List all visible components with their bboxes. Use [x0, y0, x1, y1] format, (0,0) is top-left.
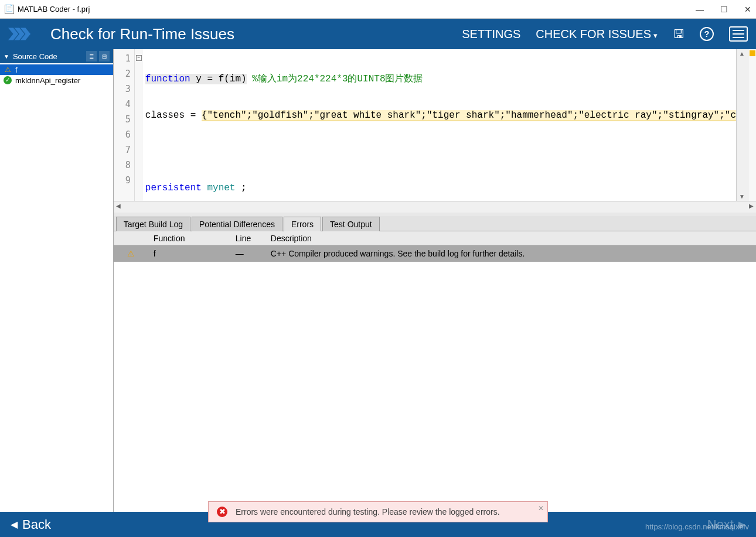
window-controls: — ☐ ✕ — [696, 5, 751, 14]
overview-ruler[interactable] — [748, 49, 756, 201]
step-arrows-icon — [8, 25, 39, 43]
vertical-scrollbar[interactable] — [736, 49, 748, 201]
source-tree: ⚠ f ✓ mkldnnApi_register — [0, 63, 113, 87]
fold-icon[interactable]: − — [136, 55, 142, 61]
back-button[interactable]: Back — [11, 517, 51, 532]
sidebar: Source Code ≣ ⊟ ⚠ f ✓ mkldnnApi_register — [0, 49, 114, 512]
tree-item-f[interactable]: ⚠ f — [0, 64, 113, 75]
warning-icon: ⚠ — [2, 65, 13, 74]
output-tabs: Target Build Log Potential Differences E… — [114, 216, 756, 231]
watermark: https://blog.csdn.net/kmsqixelv — [645, 522, 749, 531]
warning-icon: ⚠ — [127, 249, 135, 258]
maximize-button[interactable]: ☐ — [720, 5, 728, 14]
error-toast: ✖ Errors were encountered during testing… — [208, 501, 548, 522]
footer-bar: Back ✖ Errors were encountered during te… — [0, 512, 756, 537]
menu-icon[interactable] — [729, 26, 748, 42]
main-panel: 123456789 − function y = f(im) %输入im为224… — [114, 49, 756, 512]
save-icon[interactable]: 🖫 — [673, 28, 685, 41]
sidebar-heading[interactable]: Source Code ≣ ⊟ — [0, 49, 113, 63]
code-area[interactable]: function y = f(im) %输入im为224*224*3的UINT8… — [143, 49, 736, 201]
app-header: Check for Run-Time Issues SETTINGS CHECK… — [0, 19, 756, 49]
tree-item-mkldnnapi[interactable]: ✓ mkldnnApi_register — [0, 75, 113, 85]
tree-view-icon[interactable]: ⊟ — [99, 51, 110, 61]
close-button[interactable]: ✕ — [744, 5, 751, 14]
fold-gutter: − — [135, 49, 143, 201]
warning-marker[interactable] — [750, 50, 755, 56]
app-icon — [5, 5, 14, 14]
horizontal-scrollbar[interactable] — [114, 201, 756, 213]
tab-test-output[interactable]: Test Output — [322, 217, 380, 231]
ok-icon: ✓ — [2, 76, 13, 85]
toast-close-button[interactable]: ✕ — [538, 504, 544, 512]
minimize-button[interactable]: — — [696, 5, 704, 14]
window-title: MATLAB Coder - f.prj — [18, 5, 90, 13]
messages-header: Function Line Description — [114, 231, 756, 245]
code-editor[interactable]: 123456789 − function y = f(im) %输入im为224… — [114, 49, 756, 201]
page-title: Check for Run-Time Issues — [50, 25, 234, 43]
message-row[interactable]: ⚠ f — C++ Compiler produced warnings. Se… — [114, 245, 756, 262]
line-gutter: 123456789 — [114, 49, 135, 201]
tab-target-build-log[interactable]: Target Build Log — [116, 217, 190, 231]
list-view-icon[interactable]: ≣ — [86, 51, 97, 61]
titlebar: MATLAB Coder - f.prj — ☐ ✕ — [0, 0, 756, 19]
tab-errors[interactable]: Errors — [284, 217, 321, 231]
messages-table: Function Line Description ⚠ f — C++ Comp… — [114, 231, 756, 512]
check-for-issues-button[interactable]: CHECK FOR ISSUES — [536, 28, 658, 41]
error-icon: ✖ — [217, 507, 227, 517]
settings-button[interactable]: SETTINGS — [462, 28, 520, 41]
tab-potential-differences[interactable]: Potential Differences — [192, 217, 282, 231]
help-icon[interactable]: ? — [700, 27, 714, 41]
